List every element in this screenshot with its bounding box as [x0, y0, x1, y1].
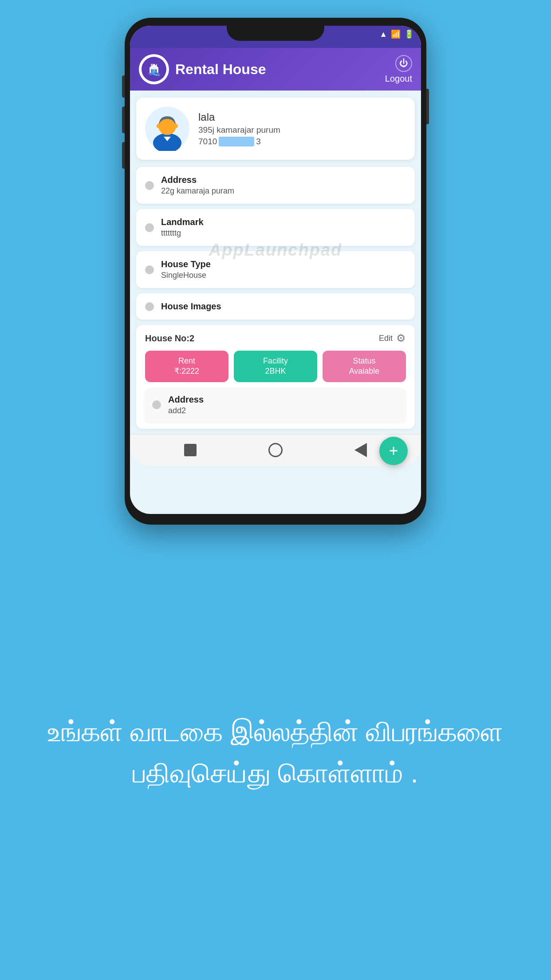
house-address-label: Address	[168, 395, 399, 405]
battery-icon: 🔋	[404, 29, 414, 39]
house-number: House No:2	[145, 333, 194, 344]
nav-recents-button[interactable]	[268, 442, 283, 458]
house-images-row[interactable]: House Images	[136, 293, 415, 320]
phone-prefix: 7010	[198, 137, 217, 146]
house-type-row: House Type SingleHouse	[136, 251, 415, 288]
profile-info: lala 395j kamarajar purum 7010 3	[198, 111, 406, 146]
volume-button	[426, 89, 429, 124]
address-content: Address 22g kamaraja puram	[161, 175, 406, 196]
app-title: Rental House	[175, 61, 379, 78]
address-row: Address 22g kamaraja puram	[136, 167, 415, 204]
rent-line1: Rent	[150, 356, 224, 366]
status-icons: ▲ 📶 🔋	[379, 29, 414, 39]
header-right: ⏻ Logout	[385, 55, 412, 84]
status-line1: Status	[327, 356, 401, 366]
nav-home-button[interactable]	[182, 442, 198, 458]
edit-button[interactable]: Edit ⚙	[379, 332, 406, 344]
logo-svg: RH	[142, 57, 166, 82]
phone-notch	[227, 26, 324, 41]
tamil-text: உங்கள் வாடகை இல்லத்தின் விபரங்களை பதிவுச…	[44, 711, 507, 794]
vol-up-button	[122, 107, 125, 133]
phone-frame: ▲ 📶 🔋 RH Rental House	[125, 18, 426, 525]
house-card-header: House No:2 Edit ⚙	[145, 332, 406, 344]
house-address-row: Address add2	[145, 388, 406, 422]
house-address-content: Address add2	[168, 395, 399, 415]
house-address-value: add2	[168, 406, 399, 415]
profile-card: lala 395j kamarajar purum 7010 3	[136, 98, 415, 160]
row-indicator-3	[145, 265, 154, 274]
row-indicator-5	[152, 400, 161, 409]
landmark-label: Landmark	[161, 217, 406, 227]
house-tags: Rent ₹:2222 Facility 2BHK Status Avaiabl…	[145, 351, 406, 382]
house-listing-card: House No:2 Edit ⚙ Rent ₹:2222 Facility 2…	[136, 325, 415, 429]
status-line2: Avaiable	[327, 366, 401, 376]
square-icon	[184, 444, 197, 456]
rent-tag: Rent ₹:2222	[145, 351, 228, 382]
add-listing-button[interactable]: +	[379, 437, 408, 465]
address-value: 22g kamaraja puram	[161, 186, 406, 196]
row-indicator	[145, 181, 154, 190]
svg-point-7	[174, 124, 178, 128]
nav-bar	[130, 434, 421, 466]
rent-line2: ₹:2222	[150, 366, 224, 376]
phone-screen: ▲ 📶 🔋 RH Rental House	[130, 26, 421, 514]
facility-line1: Facility	[238, 356, 313, 366]
status-tag: Status Avaiable	[323, 351, 406, 382]
house-type-content: House Type SingleHouse	[161, 259, 406, 280]
landmark-content: Landmark tttttttg	[161, 217, 406, 238]
row-indicator-4	[145, 302, 154, 311]
house-images-label: House Images	[161, 301, 406, 312]
power-button	[122, 75, 125, 98]
nav-back-button[interactable]	[353, 442, 369, 458]
power-button-icon[interactable]: ⏻	[395, 55, 412, 72]
address-label: Address	[161, 175, 406, 185]
logout-label[interactable]: Logout	[385, 74, 412, 84]
landmark-value: tttttttg	[161, 229, 406, 238]
house-type-label: House Type	[161, 259, 406, 269]
triangle-icon	[354, 443, 367, 457]
facility-tag: Facility 2BHK	[234, 351, 317, 382]
profile-address: 395j kamarajar purum	[198, 125, 406, 135]
facility-line2: 2BHK	[238, 366, 313, 376]
svg-point-6	[157, 124, 160, 128]
landmark-row: Landmark tttttttg	[136, 209, 415, 246]
house-images-content: House Images	[161, 301, 406, 312]
svg-rect-2	[152, 69, 156, 73]
phone-blurred	[219, 137, 254, 146]
edit-label: Edit	[379, 334, 393, 343]
circle-icon	[268, 443, 283, 457]
profile-name: lala	[198, 111, 406, 123]
gear-icon: ⚙	[396, 332, 406, 344]
bottom-text-area: உங்கள் வாடகை இல்லத்தின் விபரங்களை பதிவுச…	[0, 525, 551, 980]
phone-suffix: 3	[256, 137, 261, 146]
profile-phone: 7010 3	[198, 137, 406, 146]
user-avatar	[145, 107, 189, 151]
app-logo: RH	[139, 54, 169, 84]
app-header: RH Rental House ⏻ Logout	[130, 48, 421, 91]
signal-icon: 📶	[391, 29, 401, 39]
vol-down-button	[122, 142, 125, 169]
plus-icon: +	[389, 442, 398, 460]
wifi-icon: ▲	[379, 30, 387, 39]
house-type-value: SingleHouse	[161, 271, 406, 280]
row-indicator-2	[145, 223, 154, 232]
